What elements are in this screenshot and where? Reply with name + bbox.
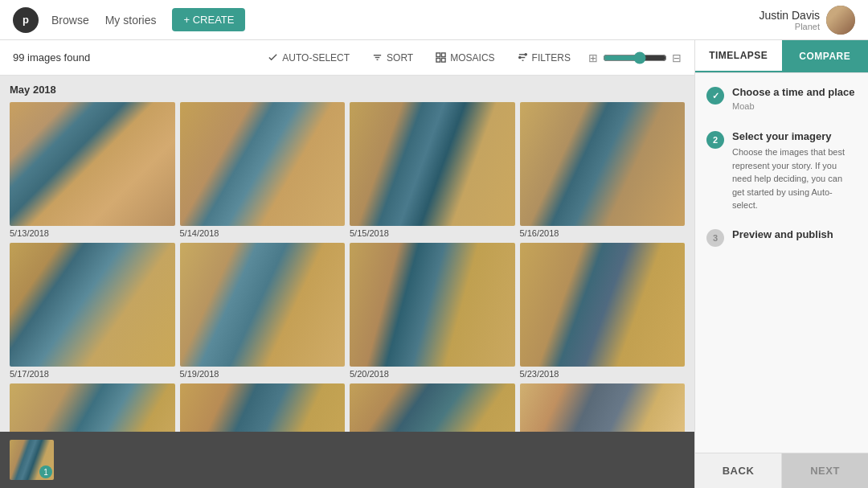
step-title-1: Choose a time and place: [732, 86, 854, 98]
gallery-item[interactable]: 5/28/2018: [520, 383, 686, 432]
step-content-2: Select your imagery Choose the images th…: [732, 130, 857, 212]
gallery-item[interactable]: 5/13/2018: [10, 102, 175, 238]
auto-select-button[interactable]: AUTO-SELECT: [263, 49, 354, 67]
gallery-item-date: 5/16/2018: [520, 228, 686, 238]
avatar-image: [826, 6, 855, 35]
svg-point-11: [525, 54, 526, 55]
right-sidebar: TIMELAPSE COMPARE ✓ Choose a time and pl…: [694, 40, 868, 488]
gallery-image: [180, 102, 346, 226]
mosaics-icon: [436, 52, 446, 63]
filters-button[interactable]: FILTERS: [513, 49, 575, 67]
gallery-item[interactable]: 5/23/2018: [520, 243, 686, 379]
auto-select-icon: [268, 52, 278, 63]
gallery-item-date: 5/23/2018: [520, 369, 686, 379]
sort-icon: [372, 52, 383, 63]
step-indicator-3: 3: [706, 229, 724, 247]
step-subtitle-1: Moab: [732, 101, 854, 111]
main-content: 99 images found AUTO-SELECT SORT MOSAICS…: [0, 40, 868, 488]
step-title-2: Select your imagery: [732, 130, 857, 142]
filmstrip: 1: [0, 432, 694, 488]
nav-browse[interactable]: Browse: [51, 14, 89, 27]
main-nav: Browse My stories + CREATE: [51, 8, 245, 31]
large-image-icon: ⊟: [672, 51, 682, 64]
toolbar: 99 images found AUTO-SELECT SORT MOSAICS…: [0, 40, 694, 76]
filmstrip-thumb[interactable]: 1: [10, 440, 54, 480]
gallery-image: [350, 102, 515, 226]
step-content-3: Preview and publish: [732, 228, 833, 247]
gallery-image: [350, 383, 515, 432]
svg-rect-6: [442, 58, 446, 62]
svg-rect-3: [436, 53, 440, 57]
user-info: Justin Davis Planet: [760, 9, 820, 31]
tab-compare[interactable]: COMPARE: [782, 40, 869, 72]
image-count: 99 images found: [13, 51, 90, 64]
step-2: 2 Select your imagery Choose the images …: [706, 130, 857, 212]
gallery-item-date: 5/20/2018: [350, 369, 515, 379]
gallery-item-date: 5/15/2018: [350, 228, 515, 238]
step-title-3: Preview and publish: [732, 228, 833, 240]
gallery-item[interactable]: 5/15/2018: [350, 102, 515, 238]
gallery-item-date: 5/19/2018: [180, 369, 346, 379]
gallery-item[interactable]: 5/25/2018: [180, 383, 346, 432]
left-panel: 99 images found AUTO-SELECT SORT MOSAICS…: [0, 40, 694, 488]
header: p Browse My stories + CREATE Justin Davi…: [0, 0, 868, 40]
gallery-image: [520, 102, 686, 226]
step-content-1: Choose a time and place Moab: [732, 86, 854, 114]
logo[interactable]: p: [13, 7, 39, 33]
user-profile: Justin Davis Planet: [760, 6, 855, 35]
svg-point-10: [518, 56, 520, 58]
mosaics-button[interactable]: MOSAICS: [431, 49, 499, 67]
sort-button[interactable]: SORT: [367, 49, 418, 67]
create-button[interactable]: + CREATE: [172, 8, 245, 31]
gallery-month-label: May 2018: [10, 84, 685, 96]
svg-rect-5: [436, 58, 440, 62]
small-image-icon: ⊞: [588, 51, 598, 64]
image-size-slider[interactable]: [603, 51, 667, 64]
gallery-grid: 5/13/2018 5/14/2018 5/15/2018 5/16/2018 …: [10, 102, 685, 432]
sidebar-steps: ✓ Choose a time and place Moab 2 Select …: [695, 73, 868, 453]
avatar[interactable]: [826, 6, 855, 35]
gallery-item[interactable]: 5/14/2018: [180, 102, 346, 238]
next-button[interactable]: NEXT: [782, 453, 868, 488]
svg-rect-4: [442, 53, 446, 57]
step-desc-2: Choose the images that best represent yo…: [732, 146, 857, 212]
gallery-image: [10, 102, 175, 226]
tab-timelapse[interactable]: TIMELAPSE: [695, 40, 782, 72]
image-size-slider-container: ⊞ ⊟: [588, 51, 682, 64]
step-3: 3 Preview and publish: [706, 228, 857, 247]
user-org: Planet: [760, 22, 820, 31]
step-indicator-2: 2: [706, 131, 724, 149]
gallery-item[interactable]: 5/16/2018: [520, 102, 686, 238]
gallery-image: [350, 243, 515, 367]
step-1: ✓ Choose a time and place Moab: [706, 86, 857, 114]
gallery-image: [10, 383, 175, 432]
gallery-image: [520, 383, 686, 432]
gallery-item[interactable]: 5/19/2018: [180, 243, 346, 379]
gallery-item-date: 5/14/2018: [180, 228, 346, 238]
nav-my-stories[interactable]: My stories: [105, 14, 157, 27]
gallery-image: [10, 243, 175, 367]
filters-icon: [518, 52, 528, 63]
gallery-item[interactable]: 5/24/2018: [10, 383, 175, 432]
gallery-item[interactable]: 5/26/2018: [350, 383, 515, 432]
back-button[interactable]: BACK: [695, 453, 782, 488]
gallery-item-date: 5/13/2018: [10, 228, 175, 238]
filmstrip-badge: 1: [39, 465, 52, 478]
gallery-item[interactable]: 5/20/2018: [350, 243, 515, 379]
gallery-area: May 2018 5/13/2018 5/14/2018 5/15/2018 5…: [0, 76, 694, 432]
gallery-image: [180, 383, 346, 432]
gallery-item[interactable]: 5/17/2018: [10, 243, 175, 379]
gallery-image: [180, 243, 346, 367]
step-indicator-1: ✓: [706, 87, 724, 105]
gallery-item-date: 5/17/2018: [10, 369, 175, 379]
gallery-image: [520, 243, 686, 367]
user-name: Justin Davis: [760, 9, 820, 22]
sidebar-footer: BACK NEXT: [695, 453, 868, 488]
sidebar-tabs: TIMELAPSE COMPARE: [695, 40, 868, 73]
